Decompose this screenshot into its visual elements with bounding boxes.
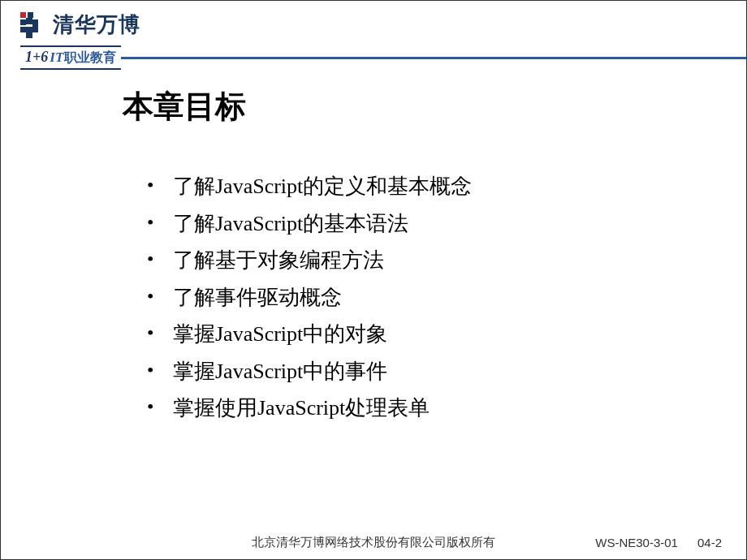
list-item: 了解JavaScript的基本语法 (147, 205, 697, 243)
list-item: 掌握JavaScript中的对象 (147, 316, 697, 353)
svg-rect-5 (32, 19, 38, 32)
list-item: 了解JavaScript的定义和基本概念 (147, 168, 697, 205)
page-number: 04-2 (697, 536, 722, 549)
slide-container: 清华万博 1+6 IT 职业教育 本章目标 了解JavaScript的定义和基本… (0, 0, 747, 560)
list-item: 了解基于对象编程方法 (147, 242, 697, 279)
svg-rect-6 (26, 32, 32, 38)
logo-area: 清华万博 (20, 11, 746, 39)
list-item: 掌握使用JavaScript处理表单 (147, 390, 697, 427)
footer-right: WS-NE30-3-01 04-2 (595, 536, 722, 549)
svg-rect-3 (26, 18, 32, 24)
svg-rect-1 (28, 12, 33, 18)
svg-rect-0 (20, 12, 26, 18)
subtitle-box: 1+6 IT 职业教育 (20, 45, 121, 70)
subtitle-cn: 职业教育 (64, 50, 116, 67)
subtitle-prefix: 1+6 (25, 49, 48, 66)
bullet-list: 了解JavaScript的定义和基本概念 了解JavaScript的基本语法 了… (123, 168, 697, 427)
slide-title: 本章目标 (123, 86, 697, 127)
company-logo-icon (20, 12, 46, 38)
subtitle-it: IT (50, 50, 63, 66)
svg-rect-2 (20, 19, 26, 25)
slide-content: 本章目标 了解JavaScript的定义和基本概念 了解JavaScript的基… (1, 70, 746, 427)
slide-header: 清华万博 1+6 IT 职业教育 (1, 1, 746, 70)
list-item: 掌握JavaScript中的事件 (147, 353, 697, 390)
doc-code: WS-NE30-3-01 (595, 536, 678, 549)
list-item: 了解事件驱动概念 (147, 279, 697, 317)
subtitle-bar: 1+6 IT 职业教育 (20, 45, 746, 70)
divider-line (121, 57, 746, 59)
company-name: 清华万博 (53, 11, 140, 39)
slide-footer: 北京清华万博网络技术股份有限公司版权所有 WS-NE30-3-01 04-2 (1, 536, 746, 549)
footer-copyright: 北京清华万博网络技术股份有限公司版权所有 (252, 535, 495, 550)
